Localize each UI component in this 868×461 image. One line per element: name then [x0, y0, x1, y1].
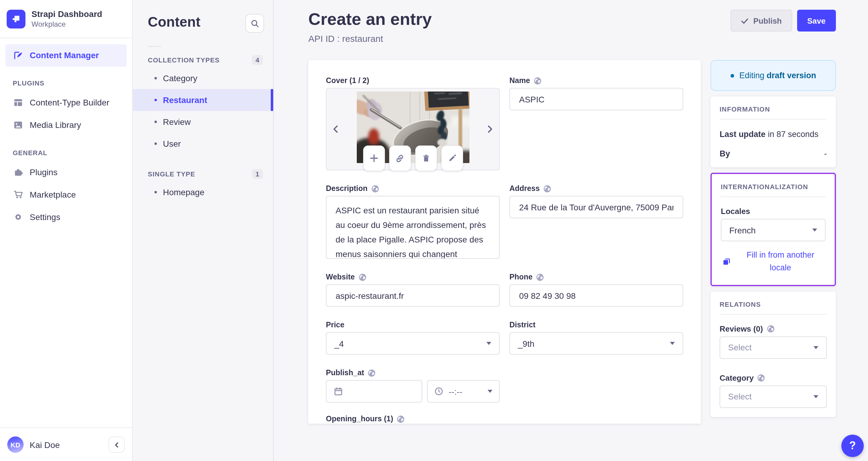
district-select[interactable]: _9th	[509, 332, 683, 355]
category-label: Category	[720, 373, 827, 382]
collection-type-review[interactable]: Review	[133, 111, 273, 133]
bullet-icon	[154, 121, 157, 123]
publish-at-date-input[interactable]	[326, 380, 422, 403]
layout-icon	[13, 97, 23, 107]
sidebar-item-label: Plugins	[30, 167, 58, 177]
help-button[interactable]: ?	[841, 435, 864, 457]
search-button[interactable]	[245, 14, 264, 33]
phone-input[interactable]	[509, 284, 683, 307]
app-title: Strapi Dashboard	[31, 9, 102, 20]
calendar-icon	[334, 387, 343, 396]
name-label: Name	[509, 76, 683, 85]
collection-types-count-badge: 4	[252, 55, 263, 65]
globe-icon	[536, 273, 544, 281]
add-asset-button[interactable]	[363, 145, 384, 171]
description-label: Description	[326, 184, 500, 193]
relations-title: RELATIONS	[720, 301, 827, 308]
chevron-down-icon	[486, 342, 491, 345]
sidebar-item-media-library[interactable]: Media Library	[5, 114, 127, 136]
globe-icon	[757, 374, 765, 382]
strapi-logo-icon	[7, 10, 26, 28]
globe-icon	[358, 273, 366, 281]
reviews-select[interactable]: Select	[720, 337, 827, 359]
link-icon	[395, 154, 404, 163]
collection-type-category[interactable]: Category	[133, 67, 273, 89]
description-textarea[interactable]: ASPIC est un restaurant parisien situé a…	[326, 196, 500, 259]
district-label: District	[509, 321, 683, 329]
reviews-label: Reviews (0)	[720, 324, 827, 334]
workspace-header[interactable]: Strapi Dashboard Workplace	[0, 0, 132, 38]
clock-icon	[434, 387, 443, 396]
sidebar-item-label: Media Library	[30, 120, 81, 130]
globe-icon	[371, 184, 379, 193]
carousel-next-button[interactable]	[482, 88, 498, 170]
bullet-icon	[154, 191, 157, 193]
address-input[interactable]	[509, 196, 683, 218]
api-id-subtitle: API ID : restaurant	[308, 33, 432, 44]
collapse-sidebar-button[interactable]	[108, 436, 125, 453]
sidebar-item-content-manager[interactable]: Content Manager	[5, 44, 127, 66]
globe-icon	[397, 415, 405, 423]
publish-button[interactable]: Publish	[730, 10, 792, 31]
category-select[interactable]: Select	[720, 385, 827, 408]
price-select[interactable]: _4	[326, 332, 500, 355]
sidebar-item-marketplace[interactable]: Marketplace	[5, 183, 127, 206]
chevron-down-icon	[812, 229, 817, 232]
chevron-right-icon	[486, 125, 494, 133]
information-card: INFORMATION Last update in 87 seconds By…	[711, 96, 836, 167]
website-input[interactable]	[326, 284, 500, 307]
locales-select[interactable]: French	[721, 219, 826, 241]
divider	[148, 46, 161, 47]
avatar[interactable]: KD	[7, 436, 24, 453]
single-type-label: SINGLE TYPE	[148, 170, 195, 178]
delete-asset-button[interactable]	[415, 145, 437, 171]
cart-icon	[13, 190, 23, 199]
sidebar-footer: KD Kai Doe	[0, 427, 132, 461]
cover-label: Cover (1 / 2)	[326, 76, 500, 85]
save-button[interactable]: Save	[797, 10, 836, 31]
nav-section-plugins: PLUGINS	[13, 79, 119, 86]
opening-hours-label: Opening_hours (1)	[326, 414, 683, 423]
globe-icon	[534, 77, 541, 85]
entry-form-card: Cover (1 / 2)	[308, 60, 701, 424]
relations-card: RELATIONS Reviews (0) Select Category	[711, 292, 836, 417]
chevron-down-icon	[813, 346, 818, 349]
content-panel: Content COLLECTION TYPES 4 Category Rest…	[133, 0, 274, 461]
name-input[interactable]	[509, 88, 683, 110]
feather-edit-icon	[13, 50, 23, 60]
last-update-row: Last update in 87 seconds	[720, 130, 827, 139]
nav-section-general: GENERAL	[13, 149, 119, 156]
user-name: Kai Doe	[30, 440, 102, 450]
trash-icon	[422, 154, 430, 163]
time-placeholder: --:--	[448, 386, 462, 396]
collection-type-user[interactable]: User	[133, 133, 273, 154]
image-icon	[13, 120, 23, 130]
bullet-icon	[154, 99, 157, 101]
edit-asset-button[interactable]	[441, 145, 463, 171]
globe-icon	[368, 369, 376, 377]
collection-type-restaurant[interactable]: Restaurant	[133, 89, 273, 111]
single-type-homepage[interactable]: Homepage	[133, 181, 273, 203]
sidebar-item-plugins[interactable]: Plugins	[5, 161, 127, 183]
draft-status-banner: Editing draft version	[711, 60, 836, 91]
sidebar-item-content-type-builder[interactable]: Content-Type Builder	[5, 91, 127, 114]
divider	[721, 196, 826, 197]
copy-link-button[interactable]	[389, 145, 411, 171]
publish-at-time-input[interactable]: --:--	[427, 380, 500, 403]
sidebar-item-settings[interactable]: Settings	[5, 206, 127, 228]
bullet-icon	[154, 142, 157, 145]
carousel-prev-button[interactable]	[328, 88, 343, 170]
entry-side-column: Editing draft version INFORMATION Last u…	[711, 60, 836, 417]
information-title: INFORMATION	[720, 106, 827, 113]
fill-from-locale-link[interactable]: Fill in from another locale	[722, 249, 825, 275]
divider	[720, 314, 827, 315]
divider	[720, 119, 827, 119]
sidebar-item-label: Content Manager	[30, 50, 99, 60]
plus-icon	[370, 154, 378, 163]
main-area: Create an entry API ID : restaurant Publ…	[274, 0, 868, 461]
by-row: By -	[720, 149, 827, 158]
sidebar-nav: Content Manager PLUGINS Content-Type Bui…	[0, 38, 132, 427]
main-sidebar: Strapi Dashboard Workplace Content Manag…	[0, 0, 133, 461]
globe-icon	[767, 325, 774, 333]
single-type-count-badge: 1	[252, 169, 263, 179]
